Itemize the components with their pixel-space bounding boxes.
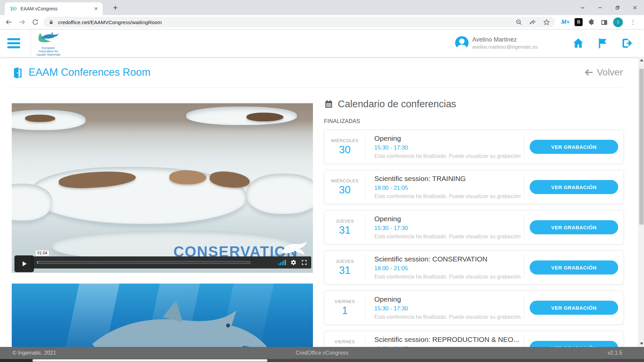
ver-grabacion-button[interactable]: VER GRABACIÓN [530,260,618,275]
conference-description: Esta conferencia ha finalizado. Puede vi… [374,274,524,280]
app-footer: CredOffice vCongress © Ingematic. 2021 v… [0,347,644,362]
scrollbar-up-arrow-icon[interactable] [640,59,643,61]
conference-date: MIÉRCOLES 30 [324,170,365,204]
reload-button[interactable] [32,18,39,26]
conference-time: 15:30 - 17:30 [374,305,524,312]
conference-description: Esta conferencia ha finalizado. Puede vi… [374,234,524,240]
scrollbar-thumb[interactable] [639,69,644,225]
conference-day: MIÉRCOLES [331,138,359,143]
back-button[interactable] [5,18,13,26]
forward-button[interactable] [18,18,26,26]
conference-date: JUEVES 31 [324,210,365,244]
settings-gear-icon[interactable] [290,259,297,265]
conference-title: Opening [374,295,524,303]
finalizadas-label: FINALIZADAS [324,118,624,124]
bottom-strip-bar [33,359,267,362]
menu-hamburger-button[interactable] [7,37,20,50]
lock-icon[interactable] [48,19,54,25]
tab-search-chevron-icon[interactable] [580,5,586,11]
conference-description: Esta conferencia ha finalizado. Puede vi… [374,153,524,159]
conference-day-number: 31 [339,224,351,236]
conference-day-number: 1 [342,305,347,317]
address-bar[interactable]: credoffice.net/EAAMVCongress/waitingRoom [44,17,555,27]
conference-day: JUEVES [336,219,354,224]
page-title: EAAM Conferences Room [12,66,151,78]
ver-grabacion-button[interactable]: VER GRABACIÓN [530,180,618,194]
arrow-left-icon [584,68,593,77]
conference-time: 18:00 - 21:05 [374,185,524,191]
bottom-strip [0,359,644,362]
conference-day: JUEVES [336,259,354,264]
ver-grabacion-button[interactable]: VER GRABACIÓN [530,301,618,315]
video-control-bar [31,256,311,268]
conference-description: Esta conferencia ha finalizado. Puede vi… [374,193,524,199]
home-button[interactable] [572,37,584,49]
user-box[interactable]: Avelino Martinez avelino.martinez@ingema… [455,36,538,50]
bookmark-star-icon[interactable] [543,19,550,26]
calendar-icon [324,100,333,109]
conference-card: VIERNES 1 Opening 15:30 - 17:30 Esta con… [324,291,624,325]
eaam-logo: European Association for Aquatic Mammals [35,32,62,56]
page-title-row: EAAM Conferences Room Volver [12,57,623,88]
restore-icon[interactable] [614,5,621,11]
browser-menu-icon[interactable]: ⋮ [628,18,638,26]
volver-back-link[interactable]: Volver [584,67,623,78]
tab-title: EAAM vCongress [20,6,93,11]
user-email: avelino.martinez@ingematic.es [472,44,538,50]
conference-title: Scientific session: TRAINING [374,175,524,183]
minimize-icon[interactable] [597,5,603,11]
door-icon [12,66,24,78]
user-name: Avelino Martinez [472,36,538,43]
calendar-header: Calendario de conferencias [324,99,624,110]
footer-app-name: CredOffice vCongress [0,350,644,356]
conference-date: VIERNES 1 [324,331,365,347]
browser-profile-avatar[interactable]: I [613,17,623,27]
conference-day: MIÉRCOLES [331,178,359,183]
conference-time: 15:30 - 17:30 [374,225,524,232]
main-content: EAAM Conferences Room Volver CONSERVATIO… [0,57,638,347]
browser-tabstrip: EAAM vCongress ✕ + [0,0,644,15]
eaam-logo-text: European Association for Aquatic Mammals [35,46,62,56]
user-avatar [455,36,469,50]
fi-extension-icon[interactable]: fi [575,18,583,26]
conference-title: Opening [374,215,524,223]
movistar-extension-icon[interactable]: M+ [561,19,570,25]
ver-grabacion-button[interactable]: VER GRABACIÓN [530,341,618,347]
flag-button[interactable] [596,37,608,49]
conference-day: VIERNES [334,299,355,304]
footer-version: v2.1.5 [607,350,622,356]
extensions-puzzle-icon[interactable] [588,18,595,26]
video-time-label: 01:04 [35,250,49,256]
conference-card: MIÉRCOLES 30 Opening 15:30 - 17:30 Esta … [324,130,624,164]
conference-card: JUEVES 31 Scientific session: CONSERVATI… [324,250,624,285]
browser-tab[interactable]: EAAM vCongress ✕ [5,2,103,15]
conference-title: Scientific session: CONSERVATION [374,255,524,263]
conference-card: VIERNES 1 Scientific session: REPRODUCTI… [324,331,624,347]
conference-date: VIERNES 1 [324,291,365,324]
ver-grabacion-button[interactable]: VER GRABACIÓN [530,140,618,154]
new-tab-button[interactable]: + [111,3,120,13]
tab-close-icon[interactable]: ✕ [93,5,99,12]
share-icon[interactable] [529,19,536,26]
volume-bars-icon[interactable] [278,260,286,265]
app-header: European Association for Aquatic Mammals… [0,29,644,57]
page-scrollbar[interactable] [638,57,644,347]
url-text[interactable]: credoffice.net/EAAMVCongress/waitingRoom [58,19,516,25]
ver-grabacion-button[interactable]: VER GRABACIÓN [530,220,618,234]
conference-day: VIERNES [334,339,355,344]
zoom-icon[interactable] [516,19,523,26]
scrollbar-down-arrow-icon[interactable] [640,343,643,345]
close-window-icon[interactable] [632,5,638,11]
side-panel-icon[interactable] [600,18,608,26]
volver-label: Volver [597,67,623,78]
video-progress-bar[interactable] [37,261,250,264]
conference-card-list: MIÉRCOLES 30 Opening 15:30 - 17:30 Esta … [324,130,624,347]
conference-description: Esta conferencia ha finalizado. Puede vi… [374,314,524,320]
fullscreen-icon[interactable] [301,259,307,265]
video-player-dolphin[interactable] [12,284,313,347]
logout-button[interactable] [621,37,633,49]
video-player[interactable]: CONSERVATION 01:04 [12,103,313,273]
conference-date: MIÉRCOLES 30 [324,130,365,164]
conference-title: Opening [374,134,524,142]
play-icon [20,260,28,267]
